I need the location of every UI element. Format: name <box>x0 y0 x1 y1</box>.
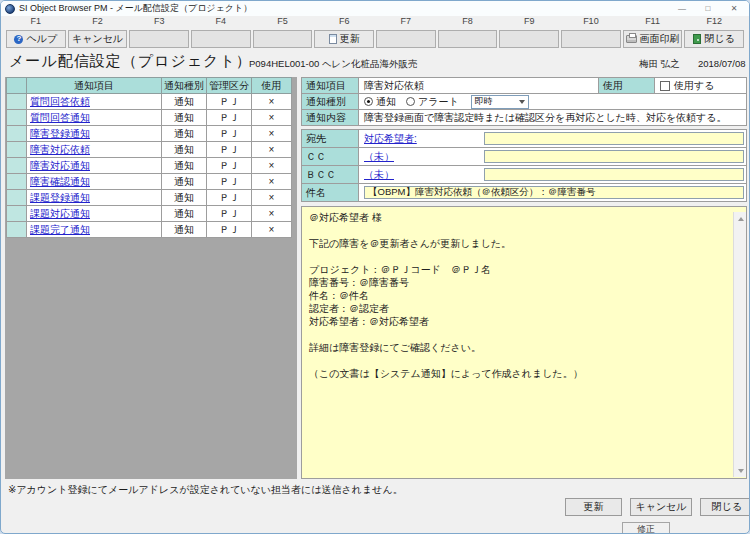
to-input[interactable] <box>484 132 744 145</box>
bcc-cell: （未） <box>359 165 747 184</box>
fkey-button-f10 <box>561 30 621 48</box>
cc-cell: （未） <box>359 147 747 166</box>
page-header: メール配信設定（プロジェクト） P094HEL001-00 ヘレン化粧品海外販売… <box>1 49 749 76</box>
fkey-button-f6[interactable]: 更新 <box>314 30 374 48</box>
item-cell: 障害対応依頼 <box>27 142 162 158</box>
row-selector-cell[interactable] <box>7 158 27 174</box>
row-selector-cell[interactable] <box>7 222 27 238</box>
category-cell: ＰＪ <box>207 206 252 222</box>
content-row: 通知内容 障害登録画面で障害認定時または確認区分を再対応とした時、対応を依頼する… <box>301 109 747 126</box>
fkey-button-f7 <box>376 30 436 48</box>
table-row[interactable]: 課題登録通知通知ＰＪ× <box>7 190 292 206</box>
footer-buttons: 更新 キャンセル 閉じる <box>557 498 750 516</box>
fkey-label-f11: F11 <box>622 16 684 29</box>
maximize-icon[interactable]: □ <box>695 1 721 16</box>
use-checkbox[interactable] <box>660 81 670 91</box>
table-row[interactable]: 障害確認通知通知ＰＪ× <box>7 174 292 190</box>
notification-item-link[interactable]: 課題登録通知 <box>30 192 90 203</box>
radio-alert[interactable] <box>406 97 415 106</box>
chevron-down-icon <box>519 100 525 104</box>
use-cell: × <box>252 158 292 174</box>
category-cell: ＰＪ <box>207 174 252 190</box>
notification-item-link[interactable]: 障害登録通知 <box>30 128 90 139</box>
table-row[interactable]: 障害対応通知通知ＰＪ× <box>7 158 292 174</box>
fkey-label-f7: F7 <box>375 16 437 29</box>
bcc-input[interactable] <box>484 168 744 181</box>
fkey-button-f3 <box>129 30 189 48</box>
notification-item-link[interactable]: 課題完了通知 <box>30 224 90 235</box>
notification-item-link[interactable]: 障害対応通知 <box>30 160 90 171</box>
row-selector-cell[interactable] <box>7 190 27 206</box>
fkey-button-f1[interactable]: ヘルプ <box>6 30 66 48</box>
row-selector-cell[interactable] <box>7 110 27 126</box>
type-row: 通知種別 通知 アラート 即時 <box>301 93 747 110</box>
fkey-label-f10: F10 <box>560 16 622 29</box>
update-button[interactable]: 更新 <box>565 498 622 516</box>
table-row[interactable]: 質問回答依頼通知ＰＪ× <box>7 94 292 110</box>
notification-table: 通知項目 通知種別 管理区分 使用 質問回答依頼通知ＰＪ×質問回答通知通知ＰＪ×… <box>6 77 292 238</box>
notification-item-link[interactable]: 課題対応通知 <box>30 208 90 219</box>
fkey-button-label: ヘルプ <box>26 32 57 46</box>
subject-row: 件名 【OBPM】障害対応依頼（＠依頼区分）：＠障害番号 <box>301 183 747 202</box>
type-cell: 通知 <box>162 222 207 238</box>
use-cell: × <box>252 142 292 158</box>
item-cell: 課題完了通知 <box>27 222 162 238</box>
minimize-icon[interactable]: — <box>669 1 695 16</box>
to-link[interactable]: 対応希望者: <box>364 133 417 144</box>
timing-dropdown[interactable]: 即時 <box>471 95 529 109</box>
subject-input[interactable]: 【OBPM】障害対応依頼（＠依頼区分）：＠障害番号 <box>364 186 744 199</box>
app-window: SI Object Browser PM - メール配信設定（プロジェクト） —… <box>0 0 750 534</box>
category-cell: ＰＪ <box>207 222 252 238</box>
close-button[interactable]: 閉じる <box>700 498 750 516</box>
fkey-button-f11[interactable]: 画面印刷 <box>623 30 683 48</box>
notification-item-link[interactable]: 障害確認通知 <box>30 176 90 187</box>
row-selector-cell[interactable] <box>7 206 27 222</box>
row-selector-cell[interactable] <box>7 126 27 142</box>
row-selector-cell[interactable] <box>7 174 27 190</box>
body-scrollbar[interactable] <box>733 212 746 477</box>
row-selector-cell[interactable] <box>7 94 27 110</box>
table-row[interactable]: 障害登録通知通知ＰＪ× <box>7 126 292 142</box>
fkey-label-f2: F2 <box>67 16 129 29</box>
table-header-row: 通知項目 通知種別 管理区分 使用 <box>7 78 292 94</box>
cc-link[interactable]: （未） <box>364 151 394 162</box>
close-window-icon[interactable]: ✕ <box>721 1 747 16</box>
fkey-button-f2[interactable]: キャンセル <box>68 30 128 48</box>
column-header-item: 通知項目 <box>27 78 162 94</box>
notification-item-link[interactable]: 質問回答依頼 <box>30 96 90 107</box>
scroll-up-icon[interactable] <box>734 212 747 225</box>
bcc-link[interactable]: （未） <box>364 169 394 180</box>
mail-body-textarea[interactable]: ＠対応希望者 様 下記の障害を＠更新者さんが更新しました。 プロジェクト：＠ＰＪ… <box>301 206 747 479</box>
bcc-row: ＢＣＣ （未） <box>301 165 747 184</box>
timing-value: 即時 <box>475 95 493 108</box>
item-cell: 質問回答通知 <box>27 110 162 126</box>
page-title: メール配信設定（プロジェクト） <box>9 52 252 71</box>
fkey-button-f12[interactable]: 閉じる <box>684 30 744 48</box>
table-row[interactable]: 質問回答通知通知ＰＪ× <box>7 110 292 126</box>
subject-cell: 【OBPM】障害対応依頼（＠依頼区分）：＠障害番号 <box>359 183 747 202</box>
notification-item-link[interactable]: 質問回答通知 <box>30 112 90 123</box>
table-row[interactable]: 障害対応依頼通知ＰＪ× <box>7 142 292 158</box>
window-title: SI Object Browser PM - メール配信設定（プロジェクト） <box>19 2 252 15</box>
notification-item-link[interactable]: 障害対応依頼 <box>30 144 90 155</box>
cancel-button[interactable]: キャンセル <box>630 498 692 516</box>
cc-input[interactable] <box>484 150 744 163</box>
type-cell: 通知 <box>162 126 207 142</box>
fkey-button-label: 閉じる <box>704 32 734 46</box>
column-header-category: 管理区分 <box>207 78 252 94</box>
type-label: 通知種別 <box>301 93 359 110</box>
table-row[interactable]: 課題完了通知通知ＰＪ× <box>7 222 292 238</box>
item-cell: 障害対応通知 <box>27 158 162 174</box>
type-cell: 通知 <box>162 158 207 174</box>
row-selector-cell[interactable] <box>7 142 27 158</box>
radio-notify[interactable] <box>364 97 373 106</box>
fkey-button-f4 <box>191 30 251 48</box>
item-row: 通知項目 障害対応依頼 使用 使用する <box>301 77 747 94</box>
notification-table-body: 質問回答依頼通知ＰＪ×質問回答通知通知ＰＪ×障害登録通知通知ＰＪ×障害対応依頼通… <box>7 94 292 238</box>
fkey-button-label: 画面印刷 <box>640 32 680 46</box>
fkey-label-f6: F6 <box>313 16 375 29</box>
table-row[interactable]: 課題対応通知通知ＰＪ× <box>7 206 292 222</box>
app-icon <box>5 4 15 14</box>
scroll-down-icon[interactable] <box>734 464 747 477</box>
type-cell: 通知 <box>162 94 207 110</box>
